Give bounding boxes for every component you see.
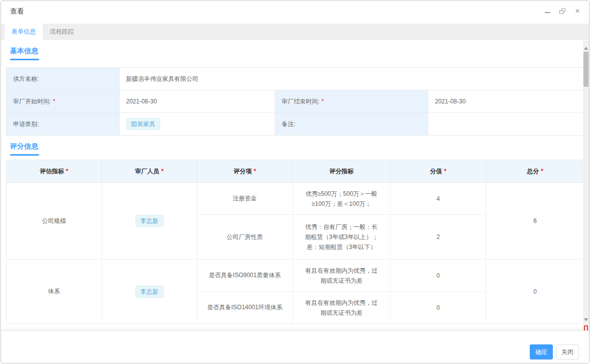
confirm-button[interactable]: 确定 bbox=[530, 344, 553, 359]
view-dialog: 查看 ✕ 表单信息 流程跟踪 基本信息 供方名称: 新疆吉丰伟业家具有限公司 bbox=[1, 1, 589, 363]
auditor-cell: 李志新 bbox=[102, 260, 197, 324]
scoring-item-cell: 是否具备ISO9001质量体系 bbox=[197, 260, 293, 292]
close-icon[interactable]: ✕ bbox=[574, 8, 581, 15]
scroll-down-arrow-icon[interactable] bbox=[584, 318, 588, 323]
table-row: 审厂开始时间:* 2021-08-30 审厂结束时间:* 2021-08-30 bbox=[7, 90, 584, 113]
table-row: 公司规模 李志新 注册资金 优秀≥500万；500万＞一般≥100万；差＜100… bbox=[7, 183, 584, 215]
criteria-cell: 优秀≥500万；500万＞一般≥100万；差＜100万； bbox=[293, 183, 391, 215]
criteria-cell: 有且在有效期内为优秀，过期或无证书为差 bbox=[293, 292, 391, 324]
audit-start-label: 审厂开始时间:* bbox=[7, 90, 120, 113]
category-value: 固装家具 bbox=[120, 113, 275, 136]
col-score-header: 分值* bbox=[391, 160, 486, 183]
tab-bar: 表单信息 流程跟踪 bbox=[1, 24, 589, 40]
basic-info-underline bbox=[10, 59, 39, 60]
scoring-table: 评估指标* 审厂人员* 评分项* 评分指标 分值* 总分* 公司规模 李志新 注… bbox=[6, 160, 584, 324]
col-indicator-header: 评估指标* bbox=[7, 160, 102, 183]
restore-icon[interactable] bbox=[559, 8, 566, 15]
dialog-footer: 确定 关闭 bbox=[1, 330, 589, 363]
scoring-item-cell: 注册资金 bbox=[197, 183, 293, 215]
dialog-title: 查看 bbox=[10, 7, 24, 16]
section-basic-info-title: 基本信息 bbox=[10, 46, 584, 60]
col-total-header: 总分* bbox=[486, 160, 584, 183]
col-item-header: 评分项* bbox=[197, 160, 293, 183]
audit-end-label: 审厂结束时间:* bbox=[275, 90, 428, 113]
scoring-header-row: 评估指标* 审厂人员* 评分项* 评分指标 分值* 总分* bbox=[7, 160, 584, 183]
col-auditor-header: 审厂人员* bbox=[102, 160, 197, 183]
tab-form-info[interactable]: 表单信息 bbox=[5, 24, 43, 40]
indicator-cell: 公司规模 bbox=[7, 183, 102, 260]
auditor-tag: 李志新 bbox=[136, 215, 164, 227]
criteria-cell: 优秀：自有厂房；一般：长期租赁（3年或3年以上）；差：短期租赁（3年以下） bbox=[293, 215, 391, 260]
auditor-tag: 李志新 bbox=[136, 286, 164, 298]
total-cell: 0 bbox=[486, 260, 584, 324]
tab-process-tracking[interactable]: 流程跟踪 bbox=[43, 24, 81, 40]
section-scoring-title: 评分信息 bbox=[10, 142, 584, 156]
indicator-cell: 体系 bbox=[7, 260, 102, 324]
basic-info-heading: 基本信息 bbox=[10, 47, 38, 55]
category-label: 申请类别: bbox=[7, 113, 120, 136]
scoring-item-cell: 是否具备ISO14001环境体系 bbox=[197, 292, 293, 324]
scoring-heading: 评分信息 bbox=[10, 142, 38, 150]
score-cell: 4 bbox=[391, 183, 486, 215]
supplier-name-label: 供方名称: bbox=[7, 68, 120, 90]
vertical-scrollbar[interactable] bbox=[583, 41, 589, 330]
score-cell: 0 bbox=[391, 292, 486, 324]
scroll-up-arrow-icon[interactable] bbox=[584, 45, 588, 50]
score-cell: 2 bbox=[391, 215, 486, 260]
remark-label: 备注: bbox=[275, 113, 428, 136]
audit-end-value: 2021-08-30 bbox=[428, 90, 584, 113]
criteria-cell: 有且在有效期内为优秀，过期或无证书为差 bbox=[293, 260, 391, 292]
window-controls: ✕ bbox=[544, 8, 581, 15]
score-cell: 0 bbox=[391, 260, 486, 292]
col-criteria-header: 评分指标 bbox=[293, 160, 391, 183]
dialog-titlebar: 查看 ✕ bbox=[1, 1, 589, 24]
scroll-thumb[interactable] bbox=[583, 52, 588, 87]
close-button[interactable]: 关闭 bbox=[556, 344, 579, 359]
supplier-name-value: 新疆吉丰伟业家具有限公司 bbox=[120, 68, 584, 90]
basic-info-table: 供方名称: 新疆吉丰伟业家具有限公司 审厂开始时间:* 2021-08-30 审… bbox=[6, 67, 584, 136]
table-row: 供方名称: 新疆吉丰伟业家具有限公司 bbox=[7, 68, 584, 90]
category-tag: 固装家具 bbox=[126, 118, 160, 130]
remark-value bbox=[428, 113, 584, 136]
total-cell: 6 bbox=[486, 183, 584, 260]
minimize-icon[interactable] bbox=[544, 8, 551, 15]
table-row: 申请类别: 固装家具 备注: bbox=[7, 113, 584, 136]
dialog-content: 基本信息 供方名称: 新疆吉丰伟业家具有限公司 审厂开始时间:* 2021-08… bbox=[1, 40, 584, 330]
scoring-underline bbox=[10, 154, 39, 156]
auditor-cell: 李志新 bbox=[102, 183, 197, 260]
table-row: 体系 李志新 是否具备ISO9001质量体系 有且在有效期内为优秀，过期或无证书… bbox=[7, 260, 584, 292]
audit-start-value: 2021-08-30 bbox=[120, 90, 275, 113]
scoring-item-cell: 公司厂房性质 bbox=[197, 215, 293, 260]
